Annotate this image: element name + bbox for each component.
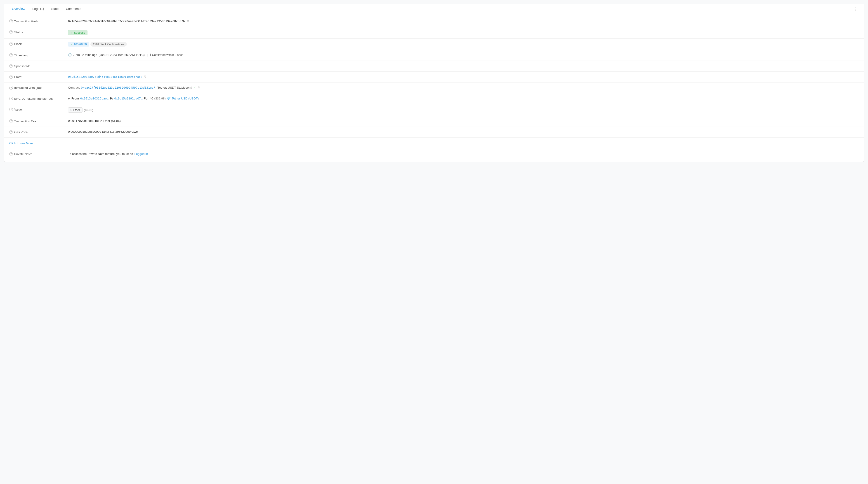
gas-price-row: ? Gas Price: 0.000000018295620099 Ether … (4, 127, 864, 138)
help-icon-sponsored[interactable]: ? (9, 64, 13, 68)
sponsored-row: ? Sponsored: (4, 61, 864, 72)
pipe-divider: | (147, 53, 148, 57)
tab-state[interactable]: State (48, 4, 62, 14)
ether-value-badge: 0 Ether (68, 108, 83, 113)
erc20-from-address-link[interactable]: 0x9513a80316bae… (80, 97, 108, 100)
sponsored-label: ? Sponsored: (9, 64, 68, 68)
overview-content: ? Transaction Hash: 0xf65a9829ad9c94eb3f… (4, 14, 864, 162)
status-value: ✓ Success (68, 30, 859, 35)
see-more-section: Click to see More ↓ (4, 138, 864, 149)
transaction-hash-label: ? Transaction Hash: (9, 19, 68, 23)
check-icon: ✓ (70, 31, 73, 34)
erc20-row: ? ERC-20 Tokens Transferred: ▶ From 0x95… (4, 93, 864, 104)
transaction-fee-value: 0.00117070013889481 2 Ether ($1.86) (68, 119, 859, 123)
erc20-to-address-link[interactable]: 0x9d15a2291da07… (114, 97, 143, 100)
confirmed-badge: ℹ Confirmed within 2 secs (150, 53, 183, 57)
help-icon-to[interactable]: ? (9, 86, 13, 90)
value-label: ? Value: (9, 108, 68, 111)
contract-address-link[interactable]: 0xdac17f958d2ee523a2206206994597c13d831e… (81, 86, 155, 89)
interacted-with-label: ? Interacted With (To): (9, 86, 68, 90)
help-icon-timestamp[interactable]: ? (9, 53, 13, 57)
transaction-hash-value: 0xf65a9829ad9c94eb3f0c04a0bcc2cc20aee8e3… (68, 19, 859, 23)
tabs-bar: Overview Logs (1) State Comments ⋮ (4, 4, 864, 14)
interacted-with-value: Contract 0xdac17f958d2ee523a220620699459… (68, 86, 859, 89)
gas-price-label: ? Gas Price: (9, 130, 68, 134)
transaction-detail-card: Overview Logs (1) State Comments ⋮ ? Tra… (4, 4, 864, 162)
token-name-link[interactable]: Tether USD (USDT) (172, 97, 199, 100)
help-icon-value[interactable]: ? (9, 108, 13, 111)
help-icon-tx-hash[interactable]: ? (9, 20, 13, 23)
value-amount: 0 Ether ($0.00) (68, 108, 859, 113)
block-row: ? Block: ✓ 16526286 2201 Block Confirmat… (4, 39, 864, 50)
interacted-with-row: ? Interacted With (To): Contract 0xdac17… (4, 83, 864, 93)
tab-overview[interactable]: Overview (8, 4, 29, 14)
transaction-fee-label: ? Transaction Fee: (9, 119, 68, 123)
tab-comments[interactable]: Comments (62, 4, 85, 14)
erc20-value: ▶ From 0x9513a80316bae… To 0x9d15a2291da… (68, 96, 859, 100)
block-confirmations-badge: 2201 Block Confirmations (90, 42, 127, 47)
see-more-link[interactable]: Click to see More ↓ (9, 142, 36, 145)
more-options-button[interactable]: ⋮ (852, 5, 860, 13)
help-icon-block[interactable]: ? (9, 42, 13, 46)
gas-price-value: 0.000000018295620099 Ether (18.295620099… (68, 130, 859, 133)
block-number-link[interactable]: ✓ 16526286 (68, 42, 89, 47)
help-icon-status[interactable]: ? (9, 30, 13, 34)
copy-tx-hash-button[interactable]: ⧉ (187, 19, 189, 23)
help-icon-gas-price[interactable]: ? (9, 130, 13, 134)
help-icon-tx-fee[interactable]: ? (9, 119, 13, 123)
logged-in-link[interactable]: Logged In (134, 152, 148, 155)
from-label: ? From: (9, 75, 68, 79)
transaction-hash-row: ? Transaction Hash: 0xf65a9829ad9c94eb3f… (4, 16, 864, 27)
private-note-row: ? Private Note: To access the Private No… (4, 149, 864, 160)
info-icon: ℹ (150, 53, 151, 57)
help-icon-from[interactable]: ? (9, 75, 13, 79)
timestamp-value: 🕐 7 hrs 22 mins ago (Jan-31-2023 10:43:5… (68, 53, 859, 57)
block-label: ? Block: (9, 42, 68, 46)
token-logo-icon: 💎 (167, 96, 170, 100)
from-row: ? From: 0x9d15a2291da070cd46448824661a69… (4, 72, 864, 83)
value-row: ? Value: 0 Ether ($0.00) (4, 104, 864, 116)
clock-icon: 🕐 (68, 53, 72, 57)
status-label: ? Status: (9, 30, 68, 34)
chevron-down-icon: ↓ (34, 142, 36, 145)
status-badge: ✓ Success (68, 30, 88, 35)
contract-verified-icon: ✓ (193, 86, 196, 89)
timestamp-label: ? Timestamp: (9, 53, 68, 57)
timestamp-row: ? Timestamp: 🕐 7 hrs 22 mins ago (Jan-31… (4, 50, 864, 61)
copy-contract-address-button[interactable]: ⧉ (198, 86, 200, 89)
erc20-label: ? ERC-20 Tokens Transferred: (9, 96, 68, 100)
private-note-value: To access the Private Note feature, you … (68, 152, 859, 155)
from-address-link[interactable]: 0x9d15a2291da070cd46448824661a6911e9357a… (68, 75, 143, 79)
usd-value: ($0.00) (84, 108, 93, 112)
tab-logs[interactable]: Logs (1) (29, 4, 48, 14)
help-icon-private-note[interactable]: ? (9, 152, 13, 156)
transaction-fee-row: ? Transaction Fee: 0.00117070013889481 2… (4, 116, 864, 127)
copy-from-address-button[interactable]: ⧉ (144, 75, 146, 79)
help-icon-erc20[interactable]: ? (9, 97, 13, 100)
block-value: ✓ 16526286 2201 Block Confirmations (68, 42, 859, 47)
from-value: 0x9d15a2291da070cd46448824661a6911e9357a… (68, 75, 859, 79)
status-row: ? Status: ✓ Success (4, 27, 864, 39)
block-check-icon: ✓ (70, 42, 73, 46)
private-note-label: ? Private Note: (9, 152, 68, 156)
token-transfer-arrow: ▶ (68, 97, 70, 100)
token-transfer-detail: ▶ From 0x9513a80316bae… To 0x9d15a2291da… (68, 96, 199, 100)
